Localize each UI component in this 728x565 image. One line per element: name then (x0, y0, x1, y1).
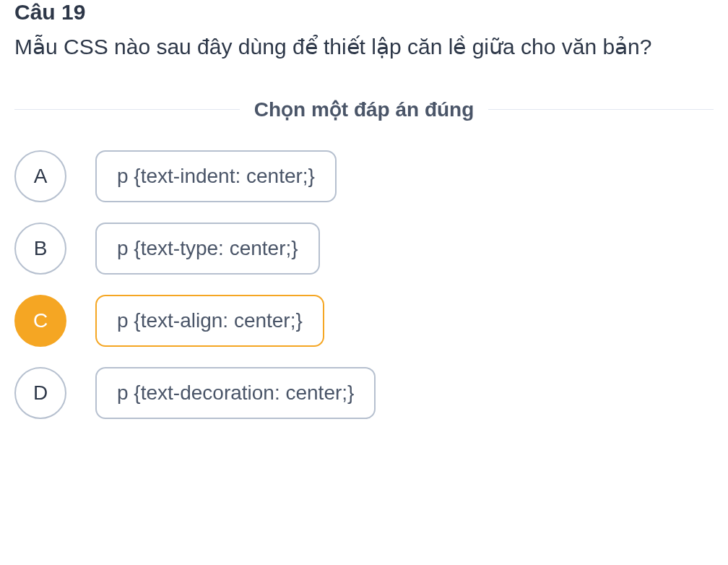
instruction-text: Chọn một đáp án đúng (240, 98, 489, 121)
option-d[interactable]: D p {text-decoration: center;} (14, 367, 714, 419)
option-letter-b[interactable]: B (14, 223, 66, 275)
option-c[interactable]: C p {text-align: center;} (14, 295, 714, 347)
question-number: Câu 19 (14, 0, 714, 25)
option-letter-c[interactable]: C (14, 295, 66, 347)
question-text: Mẫu CSS nào sau đây dùng để thiết lập că… (14, 30, 714, 63)
option-letter-d[interactable]: D (14, 367, 66, 419)
divider-right (488, 109, 714, 110)
option-b[interactable]: B p {text-type: center;} (14, 223, 714, 275)
option-a[interactable]: A p {text-indent: center;} (14, 150, 714, 202)
question-header: Câu 19 Mẫu CSS nào sau đây dùng để thiết… (14, 0, 714, 98)
option-letter-a[interactable]: A (14, 150, 66, 202)
options-list: A p {text-indent: center;} B p {text-typ… (14, 150, 714, 419)
option-box-b[interactable]: p {text-type: center;} (95, 223, 320, 275)
option-box-c[interactable]: p {text-align: center;} (95, 295, 324, 347)
option-box-d[interactable]: p {text-decoration: center;} (95, 367, 376, 419)
divider-left (14, 109, 240, 110)
option-box-a[interactable]: p {text-indent: center;} (95, 150, 337, 202)
instruction-row: Chọn một đáp án đúng (14, 98, 714, 121)
